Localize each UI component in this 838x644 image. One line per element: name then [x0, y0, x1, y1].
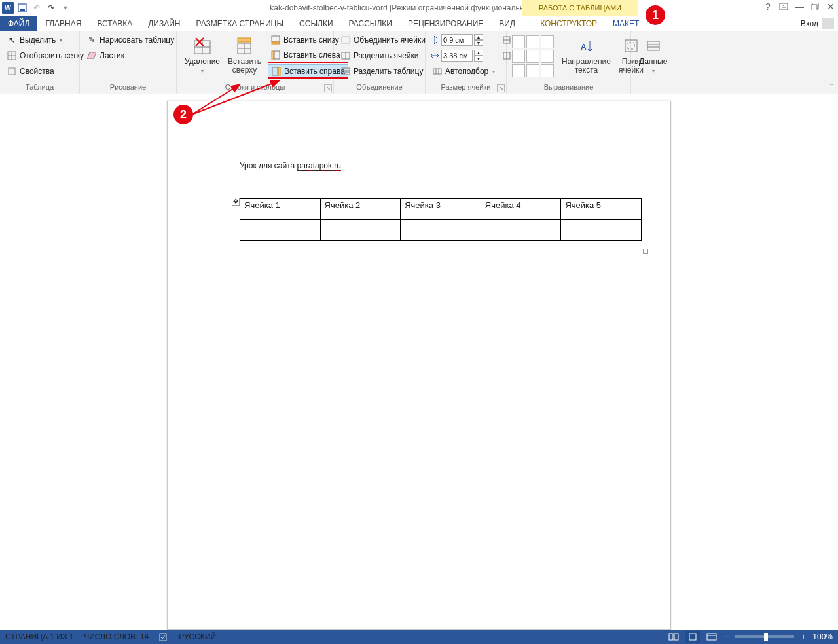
- col-width-input[interactable]: ▲▼: [429, 48, 498, 63]
- status-page[interactable]: СТРАНИЦА 1 ИЗ 1: [5, 632, 73, 641]
- tab-page-layout[interactable]: РАЗМЕТКА СТРАНИЦЫ: [189, 16, 292, 31]
- tab-references[interactable]: ССЫЛКИ: [291, 16, 340, 31]
- eraser-button[interactable]: Ластик: [84, 48, 177, 63]
- data-button[interactable]: Данные▾: [635, 33, 671, 75]
- table-row[interactable]: [240, 220, 642, 241]
- sign-in[interactable]: Вход: [801, 16, 834, 31]
- page[interactable]: Урок для сайта paratapok.ru ✥ Ячейка 1 Я…: [167, 101, 671, 630]
- minimize-icon[interactable]: —: [793, 1, 805, 12]
- table-cell[interactable]: Ячейка 5: [561, 199, 642, 220]
- group-alignment: A Направление текста Поля ячейки Выравни…: [507, 31, 631, 94]
- group-label-draw: Рисование: [84, 83, 172, 94]
- table-row[interactable]: Ячейка 1 Ячейка 2 Ячейка 3 Ячейка 4 Ячей…: [240, 199, 642, 220]
- annotation-2: 2: [173, 105, 193, 124]
- text-direction-button[interactable]: A Направление текста: [558, 33, 615, 75]
- row-height-field[interactable]: [441, 34, 473, 46]
- split-cells-button[interactable]: Разделить ячейки: [338, 48, 428, 63]
- restore-icon[interactable]: [809, 1, 821, 12]
- delete-button[interactable]: Удаление▾: [181, 33, 224, 75]
- document-title: kak-dobavit-stolbec-v-tablicu-vord [Режи…: [0, 3, 838, 12]
- table-cell[interactable]: Ячейка 1: [240, 199, 321, 220]
- ribbon: ↖Выделить▾ Отобразить сетку Свойства Таб…: [0, 31, 838, 94]
- ribbon-options-icon[interactable]: [778, 1, 790, 12]
- svg-rect-24: [272, 67, 278, 75]
- pencil-icon: ✎: [86, 35, 97, 45]
- tab-home[interactable]: ГЛАВНАЯ: [37, 16, 89, 31]
- properties-icon: [7, 66, 17, 77]
- table-cell[interactable]: [240, 220, 321, 241]
- tab-review[interactable]: РЕЦЕНЗИРОВАНИЕ: [400, 16, 491, 31]
- autofit-button[interactable]: Автоподбор▾: [429, 64, 498, 79]
- qat-dropdown-icon[interactable]: ▼: [59, 1, 72, 14]
- zoom-slider[interactable]: [735, 635, 794, 638]
- group-label-cellsize: Размер ячейки: [429, 83, 502, 94]
- zoom-out-icon[interactable]: −: [723, 632, 729, 642]
- autofit-icon: [432, 66, 443, 77]
- text-direction-icon: A: [575, 35, 596, 56]
- zoom-in-icon[interactable]: +: [801, 632, 806, 642]
- tab-design[interactable]: ДИЗАЙН: [140, 16, 188, 31]
- rowscols-launcher[interactable]: ↘: [324, 84, 332, 92]
- draw-table-button[interactable]: ✎Нарисовать таблицу: [84, 33, 177, 47]
- table-cell[interactable]: Ячейка 3: [401, 199, 481, 220]
- eraser-icon: [86, 50, 97, 61]
- help-icon[interactable]: ?: [762, 1, 774, 12]
- view-print-icon[interactable]: [685, 631, 700, 643]
- select-button[interactable]: ↖Выделить▾: [4, 33, 86, 47]
- redo-icon[interactable]: ↷: [45, 1, 58, 14]
- split-table-icon: [340, 66, 351, 77]
- width-spinner[interactable]: ▲▼: [474, 50, 483, 62]
- status-proofing-icon[interactable]: [159, 632, 168, 641]
- heading-link: paratapok.ru: [297, 161, 341, 171]
- svg-rect-53: [689, 634, 696, 640]
- close-icon[interactable]: ✕: [825, 1, 837, 12]
- tab-view[interactable]: ВИД: [491, 16, 523, 31]
- tab-konstruktor[interactable]: КОНСТРУКТОР: [532, 16, 605, 31]
- tab-insert[interactable]: ВСТАВКА: [89, 16, 140, 31]
- insert-above-button[interactable]: Вставить сверху: [224, 33, 265, 75]
- group-label-alignment: Выравнивание: [511, 83, 627, 94]
- collapse-ribbon-icon[interactable]: ˆ: [830, 83, 833, 92]
- svg-rect-54: [707, 634, 716, 640]
- split-table-button[interactable]: Разделить таблицу: [338, 64, 428, 79]
- insert-right-icon: [271, 66, 282, 77]
- table-cell[interactable]: Ячейка 2: [320, 199, 401, 220]
- undo-icon[interactable]: ↶: [30, 1, 43, 14]
- data-icon: [643, 35, 664, 56]
- window-controls: ? — ✕: [762, 1, 837, 12]
- table-resize-handle[interactable]: [643, 249, 648, 254]
- svg-rect-1: [20, 9, 25, 11]
- height-spinner[interactable]: ▲▼: [474, 34, 483, 46]
- tab-mailings[interactable]: РАССЫЛКИ: [341, 16, 400, 31]
- table-cell[interactable]: [481, 220, 561, 241]
- cellsize-launcher[interactable]: ↘: [497, 84, 505, 92]
- word-logo-icon: W: [1, 1, 14, 14]
- row-height-input[interactable]: ▲▼: [429, 33, 498, 47]
- status-language[interactable]: РУССКИЙ: [179, 632, 216, 641]
- grid-icon: [7, 50, 17, 61]
- alignment-grid[interactable]: [512, 35, 554, 77]
- view-read-icon[interactable]: [668, 632, 679, 641]
- svg-rect-19: [238, 38, 251, 42]
- zoom-level[interactable]: 100%: [812, 632, 833, 641]
- table-cell[interactable]: [320, 220, 401, 241]
- status-words[interactable]: ЧИСЛО СЛОВ: 14: [84, 632, 149, 641]
- svg-rect-33: [433, 69, 441, 74]
- group-merge: Объединить ячейки Разделить ячейки Разде…: [334, 31, 426, 94]
- properties-button[interactable]: Свойства: [4, 64, 86, 79]
- gridlines-button[interactable]: Отобразить сетку: [4, 48, 86, 63]
- table-cell[interactable]: [401, 220, 481, 241]
- col-width-field[interactable]: [441, 50, 473, 62]
- table-move-handle[interactable]: ✥: [232, 198, 240, 206]
- table-cell[interactable]: Ячейка 4: [481, 199, 561, 220]
- document-table[interactable]: Ячейка 1 Ячейка 2 Ячейка 3 Ячейка 4 Ячей…: [240, 198, 642, 241]
- svg-rect-20: [272, 36, 280, 41]
- svg-rect-2: [780, 3, 788, 10]
- merge-cells-button: Объединить ячейки: [338, 33, 428, 47]
- table-cell[interactable]: [561, 220, 642, 241]
- tab-maket[interactable]: МАКЕТ: [605, 16, 647, 31]
- view-web-icon[interactable]: [706, 632, 717, 641]
- save-icon[interactable]: [16, 1, 29, 14]
- tab-file[interactable]: ФАЙЛ: [0, 16, 37, 31]
- group-label-merge: Объединение: [338, 83, 421, 94]
